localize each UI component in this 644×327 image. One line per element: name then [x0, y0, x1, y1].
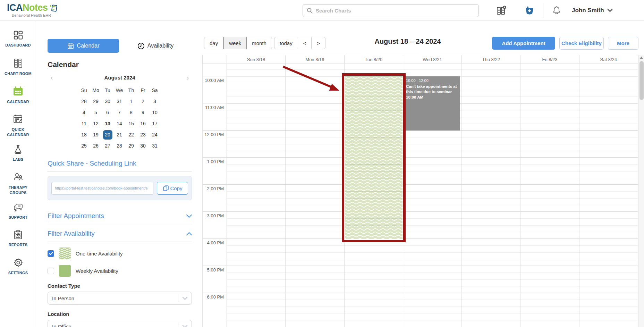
date-cell-25[interactable]: 25: [78, 140, 90, 151]
view-week-button[interactable]: week: [223, 37, 247, 49]
sidebar-item-settings[interactable]: SETTINGS: [0, 254, 36, 282]
date-cell-3[interactable]: 3: [149, 96, 161, 107]
day-column-mon-8-19[interactable]: [286, 64, 344, 327]
bell-icon[interactable]: [550, 4, 563, 17]
copy-link-button[interactable]: Copy: [157, 182, 188, 195]
time-label-1-00-pm: 1:00 PM: [207, 159, 224, 164]
date-cell-29[interactable]: 29: [90, 96, 102, 107]
filter-availability-header[interactable]: Filter Availability: [48, 230, 192, 237]
day-column-sun-8-18[interactable]: [227, 64, 286, 327]
date-cell-4[interactable]: 4: [78, 107, 90, 118]
date-cell-6[interactable]: 6: [102, 107, 113, 118]
date-cell-16[interactable]: 16: [137, 118, 149, 129]
date-cell-12[interactable]: 12: [90, 118, 102, 129]
blocked-event[interactable]: 10:00 - 12:00 Can't take appointments at…: [404, 76, 460, 131]
new-chart-icon[interactable]: [495, 4, 507, 17]
erx-pharmacy-icon[interactable]: [523, 4, 536, 17]
panel-tabs: Calendar Availability: [48, 39, 192, 53]
date-cell-10[interactable]: 10: [149, 107, 161, 118]
sidebar-item-labs[interactable]: LABS: [0, 141, 36, 169]
date-cell-18[interactable]: 18: [78, 129, 90, 140]
view-switcher: dayweekmonth: [204, 37, 272, 49]
add-appointment-button[interactable]: Add Appointment: [492, 37, 555, 50]
sidebar-item-chart-room[interactable]: CHART ROOM: [0, 55, 36, 83]
chevron-up-icon: [186, 232, 192, 236]
contact-type-select[interactable]: In Person: [48, 292, 192, 305]
scroll-up-arrow[interactable]: [639, 55, 644, 60]
time-label-6-00-pm: 6:00 PM: [207, 294, 224, 300]
date-cell-26[interactable]: 26: [90, 140, 102, 151]
view-month-button[interactable]: month: [247, 37, 272, 49]
tab-calendar[interactable]: Calendar: [48, 39, 119, 53]
date-cell-20[interactable]: 20: [102, 129, 113, 140]
date-cell-28[interactable]: 28: [113, 140, 125, 151]
sidebar-item-label: LABS: [13, 157, 24, 162]
mini-calendar: ‹ August 2024 › SuMoTuWeThFrSa2829303112…: [48, 72, 192, 151]
date-cell-2[interactable]: 2: [137, 96, 149, 107]
date-cell-23[interactable]: 23: [137, 129, 149, 140]
time-label-10-00-am: 10:00 AM: [205, 78, 224, 83]
date-cell-27[interactable]: 27: [102, 140, 113, 151]
mini-calendar-next-button[interactable]: ›: [184, 74, 192, 82]
date-cell-22[interactable]: 22: [125, 129, 137, 140]
date-cell-9[interactable]: 9: [137, 107, 149, 118]
date-cell-5[interactable]: 5: [90, 107, 102, 118]
prev-week-button[interactable]: <: [298, 37, 312, 49]
one-time-availability-checkbox[interactable]: [48, 250, 54, 257]
next-week-button[interactable]: >: [312, 37, 325, 49]
date-cell-8[interactable]: 8: [125, 107, 137, 118]
date-cell-31[interactable]: 31: [149, 140, 161, 151]
blocked-event-text: Can't take appointments at this time due…: [406, 84, 458, 100]
vertical-scrollbar[interactable]: [638, 55, 644, 327]
sidebar-item-reports[interactable]: REPORTS: [0, 226, 36, 254]
view-day-button[interactable]: day: [204, 37, 223, 49]
check-eligibility-button[interactable]: Check Eligibility: [559, 37, 604, 50]
filter-appointments-header[interactable]: Filter Appointments: [48, 212, 192, 220]
search-input[interactable]: [316, 8, 475, 14]
date-cell-28[interactable]: 28: [78, 96, 90, 107]
more-button[interactable]: More: [608, 37, 638, 50]
icanotes-logo[interactable]: ICANotes Behavioral Health EHR: [7, 2, 58, 17]
date-cell-13[interactable]: 13: [102, 118, 113, 129]
sidebar-item-dashboard[interactable]: DASHBOARD: [0, 27, 36, 55]
mini-calendar-week-row: 25262728293031: [78, 140, 161, 151]
search-icon: [306, 7, 313, 14]
date-cell-11[interactable]: 11: [78, 118, 90, 129]
sidebar-item-quick-calendar[interactable]: QUICK CALENDAR: [0, 110, 36, 141]
one-time-availability-block[interactable]: [345, 76, 402, 239]
day-header-fri-8-23: Fri 8/23: [520, 55, 579, 64]
date-cell-1[interactable]: 1: [125, 96, 137, 107]
sidebar-item-calendar[interactable]: CALENDAR: [0, 83, 36, 110]
labs-icon: [12, 144, 24, 155]
vertical-scrollbar-thumb[interactable]: [639, 61, 644, 100]
date-cell-7[interactable]: 7: [113, 107, 125, 118]
day-column-sat-8-24[interactable]: [579, 64, 638, 327]
sidebar-item-therapy-groups[interactable]: THERAPY GROUPS: [0, 169, 36, 199]
date-cell-17[interactable]: 17: [149, 118, 161, 129]
settings-icon: [12, 257, 24, 268]
date-cell-30[interactable]: 30: [137, 140, 149, 151]
date-cell-24[interactable]: 24: [149, 129, 161, 140]
weekly-availability-checkbox[interactable]: [48, 268, 54, 274]
date-cell-30[interactable]: 30: [102, 96, 113, 107]
today-button[interactable]: today: [274, 37, 298, 49]
calendar-toolbar: dayweekmonth today < > August 18 – 24 20…: [201, 35, 644, 51]
sidebar-item-label: REPORTS: [9, 242, 28, 248]
user-menu[interactable]: John Smith: [572, 0, 612, 21]
day-column-fri-8-23[interactable]: [520, 64, 579, 327]
date-cell-21[interactable]: 21: [113, 129, 125, 140]
mini-calendar-prev-button[interactable]: ‹: [48, 74, 56, 82]
date-cell-31[interactable]: 31: [113, 96, 125, 107]
date-cell-15[interactable]: 15: [125, 118, 137, 129]
quick-calendar-icon: [12, 113, 24, 125]
tab-availability[interactable]: Availability: [119, 42, 192, 50]
scheduling-link-input[interactable]: [51, 182, 153, 195]
day-column-thu-8-22[interactable]: [462, 64, 520, 327]
date-cell-14[interactable]: 14: [113, 118, 125, 129]
sidebar-item-support[interactable]: SUPPORT: [0, 199, 36, 226]
week-grid-body[interactable]: 10:00 AM11:00 AM12:00 PM1:00 PM2:00 PM3:…: [202, 64, 638, 327]
date-cell-29[interactable]: 29: [125, 140, 137, 151]
logo-plus-document-icon: [49, 3, 58, 12]
location-select[interactable]: In Office: [48, 320, 192, 327]
date-cell-19[interactable]: 19: [90, 129, 102, 140]
